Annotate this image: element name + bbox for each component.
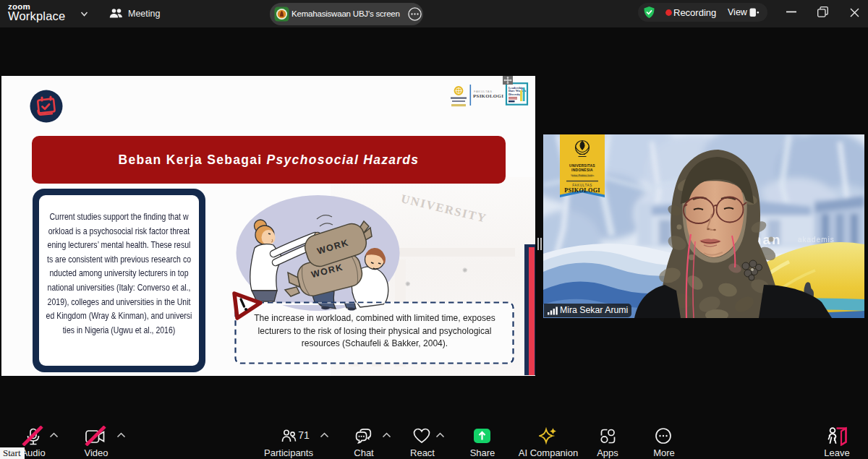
svg-text:INDONESIA: INDONESIA xyxy=(571,168,593,172)
svg-text:PSIKOLOGI: PSIKOLOGI xyxy=(473,93,503,98)
svg-text:Diversity: Diversity xyxy=(509,93,521,96)
svg-text:UNIVERSITAS: UNIVERSITAS xyxy=(569,164,595,168)
svg-text:Veritas, Probitas, Iustitia: Veritas, Probitas, Iustitia xyxy=(571,174,595,177)
svg-text:akademis: akademis xyxy=(798,236,835,244)
svg-text:PSIKOLOGI: PSIKOLOGI xyxy=(564,187,600,194)
svg-text:FAKULTAS: FAKULTAS xyxy=(572,184,592,187)
